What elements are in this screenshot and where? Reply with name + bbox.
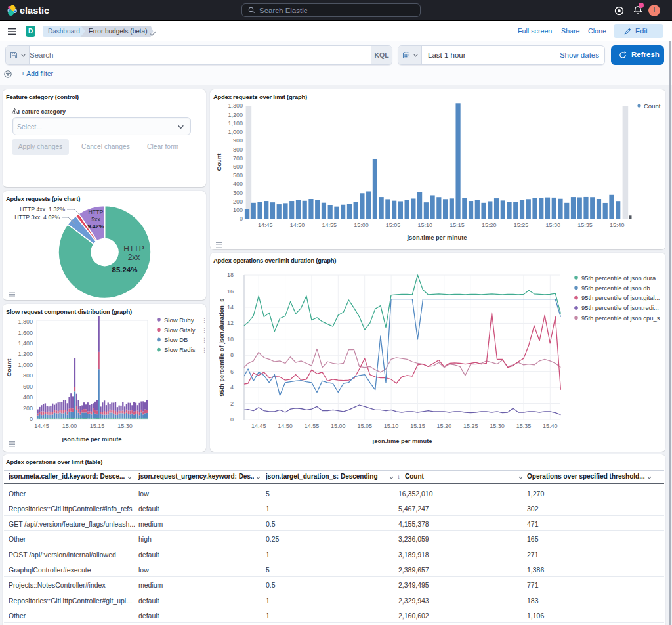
svg-text:10: 10 <box>227 336 234 343</box>
svg-text:1,200: 1,200 <box>18 351 33 357</box>
svg-text:14: 14 <box>227 304 234 311</box>
svg-text:900: 900 <box>233 137 243 144</box>
svg-text:15:15: 15:15 <box>90 423 105 429</box>
svg-text:15:15: 15:15 <box>450 222 465 228</box>
svg-text:18: 18 <box>227 272 234 278</box>
svg-text:15:40: 15:40 <box>543 423 558 429</box>
svg-text:Slow Redis: Slow Redis <box>164 346 196 353</box>
svg-text:0: 0 <box>30 416 33 422</box>
svg-text:15:30: 15:30 <box>490 423 505 429</box>
svg-text:95th percentile of json.durati: 95th percentile of json.duration_s <box>219 299 225 397</box>
svg-text:6: 6 <box>230 368 234 375</box>
svg-text:16: 16 <box>227 288 234 295</box>
svg-text:1,200: 1,200 <box>228 112 243 118</box>
svg-text:85.24%: 85.24% <box>112 266 137 274</box>
svg-text:14:55: 14:55 <box>322 222 337 228</box>
svg-text:15:05: 15:05 <box>357 423 372 429</box>
svg-text:400: 400 <box>23 394 33 400</box>
svg-text:HTTP 3xx 4.02%: HTTP 3xx 4.02% <box>14 214 60 221</box>
svg-text:json.time per minute: json.time per minute <box>407 234 467 241</box>
svg-text:⋮: ⋮ <box>201 337 206 343</box>
svg-text:15:30: 15:30 <box>117 423 133 429</box>
svg-text:⋮: ⋮ <box>201 347 206 353</box>
svg-text:Count: Count <box>6 359 12 377</box>
svg-text:0: 0 <box>230 416 234 423</box>
svg-text:400: 400 <box>233 181 243 187</box>
svg-text:95th percentile of json.db_...: 95th percentile of json.db_... <box>581 284 659 291</box>
svg-text:15:30: 15:30 <box>546 222 561 228</box>
svg-text:HTTP: HTTP <box>89 209 104 215</box>
svg-text:15:15: 15:15 <box>410 423 425 429</box>
svg-text:⋮: ⋮ <box>201 327 206 334</box>
svg-text:1,400: 1,400 <box>18 340 33 347</box>
svg-text:15:00: 15:00 <box>331 423 346 429</box>
svg-text:4: 4 <box>230 384 234 391</box>
svg-text:14:50: 14:50 <box>290 222 305 228</box>
svg-text:800: 800 <box>23 372 33 379</box>
svg-text:100: 100 <box>233 207 243 213</box>
svg-text:1,000: 1,000 <box>18 362 33 368</box>
svg-text:15:00: 15:00 <box>354 222 369 228</box>
svg-text:2: 2 <box>230 400 234 407</box>
svg-text:json.time per minute: json.time per minute <box>372 438 432 444</box>
svg-text:⋮: ⋮ <box>201 317 206 324</box>
svg-text:200: 200 <box>233 198 243 205</box>
svg-text:200: 200 <box>23 405 33 412</box>
svg-text:12: 12 <box>227 320 234 326</box>
svg-text:15:25: 15:25 <box>463 423 478 429</box>
svg-text:14:55: 14:55 <box>304 423 320 429</box>
svg-text:Count: Count <box>216 154 222 171</box>
svg-text:9.42%: 9.42% <box>88 223 104 230</box>
svg-text:14:45: 14:45 <box>258 222 273 228</box>
svg-text:15:10: 15:10 <box>384 423 399 429</box>
svg-text:15:35: 15:35 <box>516 423 532 429</box>
svg-text:700: 700 <box>233 155 243 162</box>
svg-text:600: 600 <box>233 163 243 170</box>
svg-text:15:20: 15:20 <box>437 423 452 429</box>
svg-text:15:05: 15:05 <box>386 222 401 228</box>
svg-text:800: 800 <box>233 146 243 153</box>
svg-text:1,100: 1,100 <box>228 120 243 127</box>
svg-text:15:35: 15:35 <box>578 222 593 228</box>
svg-text:0: 0 <box>240 215 243 222</box>
svg-text:15:25: 15:25 <box>514 222 529 228</box>
svg-text:14:50: 14:50 <box>278 423 293 429</box>
svg-text:15:00: 15:00 <box>62 423 77 429</box>
svg-text:5xx: 5xx <box>91 216 100 223</box>
svg-text:300: 300 <box>233 190 243 196</box>
svg-text:95th percentile of json.redi..: 95th percentile of json.redi... <box>581 304 659 311</box>
svg-text:95th percentile of json.gital.: 95th percentile of json.gital... <box>581 294 660 301</box>
svg-text:1,800: 1,800 <box>18 318 33 325</box>
svg-text:1,000: 1,000 <box>228 129 243 135</box>
svg-text:15:40: 15:40 <box>610 222 625 228</box>
svg-text:95th percentile of json.dura..: 95th percentile of json.dura... <box>581 274 661 282</box>
svg-text:500: 500 <box>233 172 243 179</box>
svg-text:HTTP 4xx 1.32%: HTTP 4xx 1.32% <box>20 206 65 213</box>
svg-text:600: 600 <box>23 383 33 390</box>
svg-text:2xx: 2xx <box>128 253 140 262</box>
svg-text:8: 8 <box>230 352 234 358</box>
svg-text:json.time per minute: json.time per minute <box>62 436 122 442</box>
svg-text:Count: Count <box>644 102 661 110</box>
svg-text:15:10: 15:10 <box>418 222 433 228</box>
svg-text:Slow Ruby: Slow Ruby <box>164 316 194 324</box>
svg-text:95th percentile of json.cpu_s: 95th percentile of json.cpu_s <box>581 314 660 322</box>
svg-text:1,300: 1,300 <box>228 102 243 109</box>
svg-text:Slow Gitaly: Slow Gitaly <box>164 326 196 334</box>
svg-text:14:45: 14:45 <box>251 423 266 429</box>
svg-text:14:45: 14:45 <box>34 423 49 429</box>
svg-text:1,600: 1,600 <box>18 330 33 336</box>
svg-text:15:20: 15:20 <box>482 222 497 228</box>
svg-text:Slow DB: Slow DB <box>164 336 188 343</box>
